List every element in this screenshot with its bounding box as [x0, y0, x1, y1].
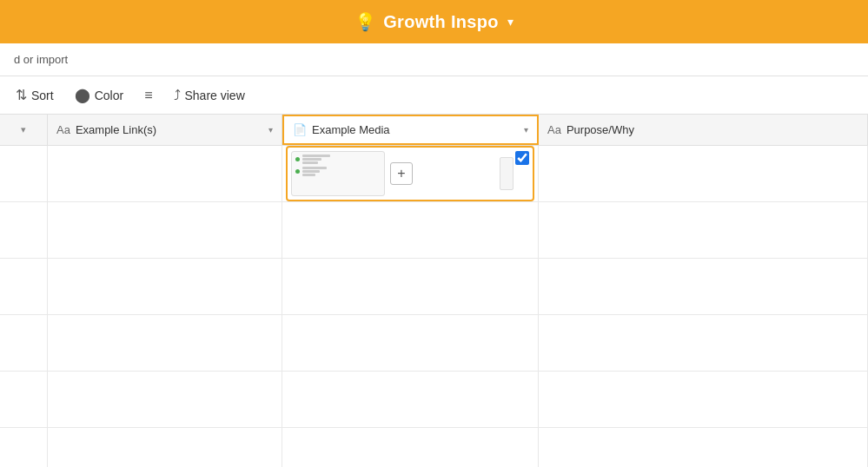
- media-add-button[interactable]: +: [390, 162, 413, 185]
- cell-purpose-2[interactable]: [539, 202, 868, 258]
- col-links-dropdown-icon[interactable]: ▾: [268, 125, 273, 135]
- app-header: 💡 Growth Inspo ▾: [0, 0, 868, 43]
- cell-media-5[interactable]: [282, 372, 539, 427]
- color-label: Color: [95, 89, 123, 102]
- sort-label: Sort: [31, 89, 54, 102]
- cell-check-2: [0, 202, 48, 258]
- media-cell-content: +: [286, 146, 534, 201]
- col-purpose-type-icon: Aa: [547, 123, 561, 136]
- col-media-label: Example Media: [312, 123, 390, 136]
- media-scroll-handle: [500, 157, 514, 190]
- media-checkbox[interactable]: [515, 151, 529, 165]
- thumb-dot-2: [295, 169, 300, 174]
- col-purpose-label: Purpose/Why: [567, 123, 634, 136]
- cell-purpose-3[interactable]: [539, 259, 868, 314]
- cell-links-6[interactable]: [48, 428, 282, 467]
- table-row: [0, 202, 868, 259]
- cell-links-4[interactable]: [48, 315, 282, 371]
- col-links-label: Example Link(s): [76, 123, 156, 136]
- cell-purpose-1[interactable]: [539, 146, 868, 201]
- table-row: [0, 315, 868, 372]
- cell-links-1[interactable]: [48, 146, 282, 201]
- toolbar: ⇅ Sort ⬤ Color ≡ ⤴ Share view: [0, 76, 868, 115]
- cell-links-2[interactable]: [48, 202, 282, 258]
- table-row: [0, 259, 868, 315]
- fields-button[interactable]: ≡: [136, 83, 161, 108]
- color-button[interactable]: ⬤ Color: [66, 82, 132, 108]
- header-icon: 💡: [354, 11, 376, 32]
- app-title: Growth Inspo: [383, 12, 498, 32]
- cell-links-5[interactable]: [48, 372, 282, 427]
- import-link[interactable]: d or import: [7, 49, 75, 69]
- cell-purpose-6[interactable]: [539, 428, 868, 467]
- color-icon: ⬤: [75, 87, 90, 103]
- cell-media-6[interactable]: [282, 428, 539, 467]
- subheader-bar: d or import: [0, 43, 868, 76]
- cell-check-1: [0, 146, 48, 201]
- col-media-type-icon: 📄: [293, 123, 307, 136]
- thumb-dot-1: [295, 157, 300, 161]
- cell-media-4[interactable]: [282, 315, 539, 371]
- table-container: ▾ Aa Example Link(s) ▾ 📄 Example Media ▾…: [0, 115, 868, 467]
- check-dropdown[interactable]: ▾: [21, 124, 26, 135]
- thumb-line-text: [302, 158, 321, 161]
- thumb-text-1: [302, 155, 330, 164]
- cell-media-1[interactable]: +: [282, 146, 539, 201]
- col-header-purpose[interactable]: Aa Purpose/Why: [539, 115, 868, 145]
- thumb-line-text: [302, 174, 315, 176]
- col-header-check: ▾: [0, 115, 48, 145]
- thumb-text-2: [302, 167, 327, 176]
- cell-check-4: [0, 315, 48, 371]
- cell-purpose-4[interactable]: [539, 315, 868, 371]
- table-row: +: [0, 146, 868, 202]
- sort-icon: ⇅: [16, 87, 27, 103]
- share-view-label: Share view: [185, 89, 245, 102]
- thumb-line-text: [302, 161, 318, 164]
- cell-purpose-5[interactable]: [539, 372, 868, 427]
- col-header-example-media[interactable]: 📄 Example Media ▾: [282, 115, 539, 145]
- table-row: [0, 428, 868, 467]
- table-body: +: [0, 146, 868, 467]
- table-header: ▾ Aa Example Link(s) ▾ 📄 Example Media ▾…: [0, 115, 868, 146]
- share-view-button[interactable]: ⤴ Share view: [165, 83, 254, 108]
- col-header-example-links[interactable]: Aa Example Link(s) ▾: [48, 115, 282, 145]
- cell-check-5: [0, 372, 48, 427]
- cell-links-3[interactable]: [48, 259, 282, 314]
- thumb-line-text: [302, 167, 327, 169]
- thumb-line-2: [295, 167, 381, 176]
- col-media-dropdown-icon[interactable]: ▾: [524, 125, 528, 135]
- thumb-line-text: [302, 170, 320, 173]
- cell-media-2[interactable]: [282, 202, 539, 258]
- share-icon: ⤴: [174, 88, 181, 103]
- sort-button[interactable]: ⇅ Sort: [7, 82, 63, 108]
- thumb-line-1: [295, 155, 381, 164]
- cell-check-6: [0, 428, 48, 467]
- title-dropdown-chevron[interactable]: ▾: [507, 15, 514, 29]
- table-row: [0, 372, 868, 428]
- col-links-type-icon: Aa: [56, 123, 70, 136]
- thumb-line-text: [302, 155, 330, 157]
- cell-media-3[interactable]: [282, 259, 539, 314]
- fields-icon: ≡: [144, 88, 152, 103]
- cell-check-3: [0, 259, 48, 314]
- media-thumbnail[interactable]: [291, 151, 385, 196]
